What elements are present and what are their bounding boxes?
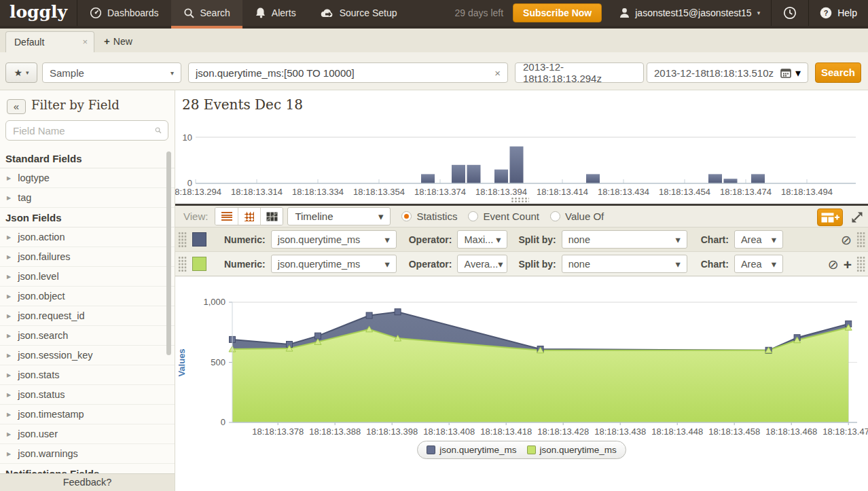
- saved-search-star-button[interactable]: ★ ▾: [5, 62, 37, 83]
- svg-text:18:18:13.314: 18:18:13.314: [231, 187, 283, 197]
- radio-icon: [468, 211, 478, 221]
- numeric-select[interactable]: json.querytime_ms ▾: [271, 255, 397, 273]
- caret-down-icon: ▾: [498, 259, 503, 270]
- radio-statistics[interactable]: Statistics: [401, 211, 457, 222]
- operator-value: Maxi...: [464, 234, 493, 245]
- svg-text:18:18:13.334: 18:18:13.334: [292, 187, 344, 197]
- view-switcher: [215, 207, 283, 225]
- stats-area-chart-svg[interactable]: 05001,00018:18:13.37818:18:13.38818:18:1…: [175, 282, 868, 439]
- saved-search-select[interactable]: Sample ▾: [42, 62, 181, 83]
- search-bar: ★ ▾ Sample ▾ × 2013-12-18t18:18:13.294z …: [0, 52, 868, 90]
- field-item-label: json.status: [18, 389, 65, 400]
- collapse-sidebar-button[interactable]: «: [7, 99, 26, 114]
- new-tab-button[interactable]: + New: [104, 35, 132, 47]
- field-item[interactable]: ▶json.search: [0, 326, 175, 346]
- time-from-input[interactable]: 2013-12-18t18:18:13.294z: [515, 62, 644, 83]
- bell-icon: [255, 7, 266, 19]
- field-item[interactable]: ▶json.user: [0, 424, 175, 444]
- split-by-value: none: [568, 234, 590, 245]
- row-actions: ⊘ +: [828, 252, 865, 276]
- feedback-link[interactable]: Feedback?: [0, 473, 175, 491]
- legend-label: json.querytime_ms: [439, 445, 516, 455]
- fullscreen-button[interactable]: [850, 211, 864, 224]
- time-to-input[interactable]: 2013-12-18t18:18:13.510z ▾: [647, 62, 808, 83]
- add-to-dashboard-button[interactable]: [817, 208, 843, 226]
- legend-item-average[interactable]: json.querytime_ms: [527, 445, 617, 455]
- field-section-header: Standard Fields: [0, 149, 175, 168]
- split-by-select[interactable]: none ▾: [562, 230, 687, 249]
- subscribe-now-button[interactable]: Subscribe Now: [513, 3, 602, 22]
- svg-text:18:18:13.474: 18:18:13.474: [720, 187, 772, 197]
- disable-series-icon[interactable]: ⊘: [828, 258, 839, 271]
- field-item-label: json.user: [18, 429, 58, 439]
- nav-source-setup[interactable]: Source Setup: [308, 0, 410, 26]
- saved-search-value: Sample: [50, 67, 84, 79]
- field-item[interactable]: ▶json.stats: [0, 365, 175, 385]
- query-input[interactable]: [189, 67, 488, 79]
- numeric-select[interactable]: json.querytime_ms ▾: [271, 230, 397, 249]
- disable-series-icon[interactable]: ⊘: [841, 234, 852, 247]
- numeric-value: json.querytime_ms: [278, 259, 361, 270]
- field-item-label: json.session_key: [18, 350, 92, 361]
- user-icon: [619, 7, 630, 18]
- sidebar-scrollbar[interactable]: [166, 151, 171, 355]
- field-item[interactable]: ▶tag: [0, 188, 175, 208]
- field-item-label: json.request_id: [18, 310, 84, 321]
- caret-down-icon: ▾: [384, 234, 389, 245]
- clear-query-icon[interactable]: ×: [488, 67, 507, 79]
- field-item[interactable]: ▶json.failures: [0, 247, 175, 267]
- drag-handle-icon[interactable]: [178, 232, 187, 248]
- user-menu[interactable]: jasonstest15@jasonstest15 ▾: [619, 7, 760, 18]
- tab-default[interactable]: Default ×: [5, 31, 94, 53]
- field-item[interactable]: ▶json.action: [0, 228, 175, 247]
- field-section-header: Json Fields: [0, 208, 175, 228]
- chart-type-select[interactable]: Area ▾: [734, 230, 783, 249]
- caret-down-icon: ▾: [772, 259, 776, 270]
- field-item-label: json.warnings: [18, 448, 78, 459]
- legend-item-maximum[interactable]: json.querytime_ms: [427, 445, 516, 455]
- operator-select[interactable]: Avera... ▾: [457, 255, 507, 273]
- search-button[interactable]: Search: [815, 62, 861, 83]
- panel-resize-handle[interactable]: [511, 197, 529, 203]
- chart-view-button[interactable]: [260, 208, 283, 225]
- field-item[interactable]: ▶json.status: [0, 385, 175, 405]
- events-histogram-svg[interactable]: 18:18:13.29418:18:13.31418:18:13.33418:1…: [175, 129, 868, 200]
- operator-select[interactable]: Maxi... ▾: [457, 230, 507, 249]
- query-input-wrap: ×: [188, 62, 508, 83]
- grid-view-button[interactable]: [238, 208, 260, 225]
- caret-down-icon: ▾: [757, 10, 761, 16]
- field-item[interactable]: ▶json.warnings: [0, 444, 175, 464]
- view-toolbar: View: Ti: [175, 204, 868, 228]
- nav-search[interactable]: Search: [171, 0, 242, 26]
- radio-value-of[interactable]: Value Of: [550, 211, 604, 222]
- field-item[interactable]: ▶json.timestamp: [0, 405, 175, 424]
- time-picker-button[interactable]: ▾: [780, 67, 801, 79]
- nav-alerts[interactable]: Alerts: [242, 0, 308, 26]
- field-item[interactable]: ▶json.session_key: [0, 346, 175, 365]
- field-item-label: json.timestamp: [18, 409, 84, 420]
- split-by-select[interactable]: none ▾: [562, 255, 687, 273]
- tab-bar: Default × + New: [0, 29, 868, 52]
- timeline-select[interactable]: Timeline ▾: [287, 207, 391, 225]
- field-item[interactable]: ▶json.level: [0, 267, 175, 287]
- nav-dashboards[interactable]: Dashboards: [77, 0, 171, 26]
- chart-type-select[interactable]: Area ▾: [734, 255, 783, 273]
- svg-text:18:18:13.454: 18:18:13.454: [659, 187, 710, 197]
- top-nav: loggly Dashboards Search Alerts: [0, 0, 868, 29]
- field-item[interactable]: ▶json.request_id: [0, 306, 175, 326]
- help-menu[interactable]: ? Help: [809, 0, 868, 26]
- tab-close-icon[interactable]: ×: [82, 37, 88, 47]
- field-item[interactable]: ▶logtype: [0, 168, 175, 188]
- add-series-icon[interactable]: +: [844, 257, 852, 272]
- field-item[interactable]: ▶json.object: [0, 287, 175, 306]
- field-search-input[interactable]: [6, 125, 155, 137]
- drag-handle-icon[interactable]: [856, 232, 865, 248]
- list-view-button[interactable]: [215, 208, 238, 225]
- drag-handle-icon[interactable]: [856, 256, 865, 272]
- history-clock-button[interactable]: [772, 0, 808, 26]
- expand-arrow-icon: ▶: [7, 254, 11, 260]
- radio-event-count[interactable]: Event Count: [468, 211, 539, 222]
- drag-handle-icon[interactable]: [178, 256, 187, 272]
- loggly-logo[interactable]: loggly: [0, 0, 77, 26]
- svg-text:18:18:13.394: 18:18:13.394: [475, 187, 527, 197]
